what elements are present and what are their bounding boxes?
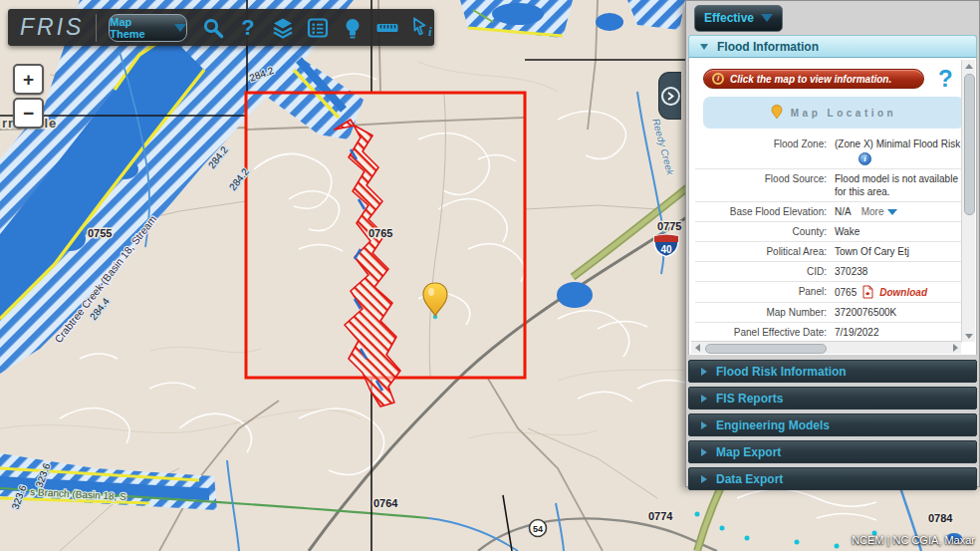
chevron-down-icon [174, 24, 186, 32]
accordion-flood-risk-information[interactable]: Flood Risk Information [688, 360, 977, 383]
zoom-controls: + − [13, 64, 44, 129]
field-label: County: [695, 225, 835, 238]
field-label: Map Number: [695, 306, 835, 319]
panel-collapse-tab[interactable] [658, 72, 681, 120]
svg-text:?: ? [241, 16, 254, 40]
flood-information-content: i Click the map to view information. ? M… [688, 58, 977, 355]
svg-text:54: 54 [533, 524, 543, 534]
effective-label: Effective [704, 11, 754, 25]
map-pin-icon [771, 105, 783, 121]
legend-icon[interactable] [306, 16, 330, 40]
measure-icon[interactable] [375, 16, 399, 40]
field-value: 370238 [835, 265, 962, 278]
mode-row: Effective [686, 1, 979, 35]
toolbar-divider [96, 14, 97, 42]
accordion-engineering-models[interactable]: Engineering Models [688, 413, 977, 436]
chevron-right-icon [661, 87, 680, 106]
more-dropdown[interactable]: More [861, 205, 898, 218]
info-icon[interactable]: i [858, 152, 871, 165]
field-value: (Zone X) Minimal Flood Risk i [835, 138, 962, 165]
firm-panel-label: 0764 [373, 497, 398, 509]
scroll-up-arrow[interactable] [962, 60, 975, 72]
map-attribution: NCEM | NC CGIA, Maxar [852, 534, 975, 546]
field-value: Wake [835, 225, 962, 238]
field-value: Town Of Cary Etj [835, 245, 962, 258]
route-shield: 54 [530, 520, 547, 537]
pdf-icon[interactable] [861, 285, 874, 299]
effective-dropdown[interactable]: Effective [694, 5, 783, 32]
flood-information-title: Flood Information [717, 40, 819, 54]
map-location-header: Map Location [703, 97, 964, 129]
field-value: Flood model is not available for this ar… [835, 172, 962, 198]
field-row-bfe: Base Flood Elevation: N/A More [695, 202, 962, 222]
toolbar-icons: ? i [201, 16, 434, 40]
field-label: Panel: [695, 285, 835, 299]
field-label: CID: [695, 265, 835, 278]
map-theme-label: Map Theme [110, 16, 168, 40]
instruction-banner: i Click the map to view information. [703, 69, 924, 89]
field-label: Political Area: [695, 245, 835, 258]
banner-text: Click the map to view information. [730, 74, 891, 85]
field-row-political-area: Political Area: Town Of Cary Etj [695, 242, 962, 262]
field-value: 7/19/2022 [835, 326, 962, 339]
field-row-flood-source: Flood Source: Flood model is not availab… [695, 169, 962, 202]
svg-text:40: 40 [660, 244, 672, 255]
field-row-map-number: Map Number: 3720076500K [695, 303, 962, 323]
scroll-down-arrow[interactable] [962, 330, 975, 342]
field-row-cid: CID: 370238 [695, 262, 962, 282]
help-icon[interactable]: ? [236, 16, 260, 40]
scrollbar-thumb[interactable] [964, 74, 975, 215]
zoom-in-button[interactable]: + [13, 64, 44, 95]
field-row-county: County: Wake [695, 222, 962, 242]
firm-panel-label: 0765 [368, 227, 392, 239]
firm-panel-label: 0774 [648, 510, 673, 522]
field-row-flood-zone: Flood Zone: (Zone X) Minimal Flood Risk … [695, 135, 962, 169]
accordion-list: Flood Risk Information FIS Reports Engin… [686, 360, 979, 490]
field-row-panel: Panel: 0765 Download [695, 282, 962, 303]
field-label: Base Flood Elevation: [695, 205, 835, 218]
flood-information-header[interactable]: Flood Information [688, 35, 977, 58]
info-icon: i [712, 73, 724, 85]
firm-panel-label: 0775 [657, 220, 681, 232]
chevron-down-icon [700, 44, 708, 50]
chevron-right-icon [701, 421, 707, 429]
app-window: 40 54 rrisville Crabtree Creek (Basin 18… [0, 0, 980, 551]
chevron-right-icon [701, 448, 707, 456]
accordion-map-export[interactable]: Map Export [688, 440, 977, 463]
chevron-right-icon [701, 368, 707, 376]
scroll-right-arrow[interactable] [949, 342, 961, 354]
accordion-fis-reports[interactable]: FIS Reports [688, 387, 977, 410]
field-row-effective-date: Panel Effective Date: 7/19/2022 [695, 323, 962, 343]
field-label: Flood Zone: [695, 138, 835, 165]
layers-icon[interactable] [271, 16, 295, 40]
zoom-out-button[interactable]: − [13, 98, 44, 129]
identify-icon[interactable]: i [410, 16, 434, 40]
accordion-data-export[interactable]: Data Export [688, 467, 977, 490]
horizontal-scrollbar[interactable] [691, 341, 961, 354]
main-toolbar: FRIS Map Theme ? [8, 9, 434, 46]
chevron-right-icon [701, 475, 707, 483]
field-value: 0765 Download [835, 285, 962, 299]
firm-panel-label: 0784 [928, 512, 953, 524]
chevron-right-icon [701, 395, 707, 403]
field-value: N/A More [835, 205, 962, 218]
help-button[interactable]: ? [938, 69, 953, 89]
map-theme-button[interactable]: Map Theme [109, 14, 187, 42]
highlight-icon[interactable] [341, 16, 365, 40]
field-label: Flood Source: [695, 172, 835, 198]
firm-panel-label: 0755 [88, 227, 112, 239]
field-value: 3720076500K [835, 306, 962, 319]
download-link[interactable]: Download [879, 286, 927, 299]
side-panel: Effective Flood Information i Click the … [685, 0, 980, 487]
vertical-scrollbar[interactable] [961, 60, 975, 342]
field-rows: Flood Zone: (Zone X) Minimal Flood Risk … [695, 135, 962, 343]
search-icon[interactable] [201, 16, 225, 40]
field-label: Panel Effective Date: [695, 326, 835, 339]
svg-text:i: i [428, 24, 432, 39]
scroll-left-arrow[interactable] [691, 342, 703, 354]
app-logo: FRIS [20, 14, 84, 41]
chevron-down-icon [887, 209, 897, 215]
chevron-down-icon [761, 14, 773, 22]
map-location-label: Map Location [791, 108, 896, 119]
scrollbar-thumb[interactable] [705, 344, 827, 354]
